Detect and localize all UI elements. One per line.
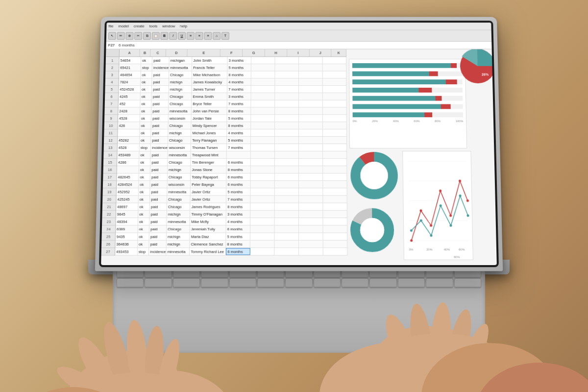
- grid-cell[interactable]: michign: [169, 78, 192, 85]
- grid-cell[interactable]: 6 months: [226, 248, 250, 255]
- grid-cell[interactable]: 464654: [119, 72, 141, 78]
- grid-cell[interactable]: [251, 86, 275, 93]
- grid-cell[interactable]: [250, 233, 275, 240]
- table-row[interactable]: okpaidmichignJonas Stone8 months: [117, 166, 347, 173]
- grid-cell[interactable]: ok: [138, 225, 149, 232]
- grid-cell[interactable]: [275, 115, 299, 122]
- key[interactable]: [117, 278, 144, 287]
- grid-cell[interactable]: [299, 248, 323, 255]
- grid-cell[interactable]: Chicago: [169, 72, 192, 78]
- grid-cell[interactable]: [251, 107, 275, 114]
- grid-cell[interactable]: ok: [139, 166, 151, 173]
- grid-cell[interactable]: Tobby Rapaport: [191, 173, 226, 180]
- grid-cell[interactable]: [299, 100, 323, 107]
- table-row[interactable]: 4286okpaidChicagoTim Berenger6 months: [117, 159, 347, 166]
- grid-cell[interactable]: ok: [140, 129, 151, 136]
- grid-cell[interactable]: 3 months: [226, 211, 250, 218]
- grid-cell[interactable]: 453489: [117, 151, 139, 158]
- grid-cell[interactable]: paid: [151, 122, 169, 129]
- grid-cell[interactable]: 7 months: [227, 100, 251, 107]
- grid-cell[interactable]: paid: [152, 100, 169, 107]
- grid-cell[interactable]: [275, 159, 299, 166]
- grid-cell[interactable]: [275, 188, 299, 195]
- grid-cell[interactable]: Chicago: [168, 137, 192, 144]
- grid-cell[interactable]: [275, 211, 299, 218]
- grid-cell[interactable]: Emma Smith: [192, 93, 227, 100]
- grid-cell[interactable]: ok: [139, 159, 151, 166]
- grid-cell[interactable]: [275, 248, 299, 255]
- grid-cell[interactable]: Javier Ortiz: [191, 196, 227, 202]
- grid-cell[interactable]: ok: [138, 203, 150, 210]
- grid-cell[interactable]: [299, 122, 323, 129]
- grid-cell[interactable]: 6389: [116, 225, 138, 232]
- grid-cell[interactable]: ok: [140, 122, 151, 129]
- grid-cell[interactable]: 65421: [119, 64, 141, 71]
- grid-cell[interactable]: [251, 173, 275, 180]
- grid-cell[interactable]: stop: [138, 248, 149, 255]
- menu-file[interactable]: file: [108, 24, 113, 28]
- grid-cell[interactable]: paid: [151, 129, 169, 136]
- grid-cell[interactable]: [299, 188, 323, 195]
- grid-cell[interactable]: 4524528: [119, 86, 141, 93]
- grid-cell[interactable]: Javier Ortiz: [191, 188, 227, 195]
- grid-cell[interactable]: 48697: [116, 203, 139, 210]
- grid-cell[interactable]: [323, 64, 347, 71]
- grid-cell[interactable]: 4528: [118, 115, 140, 122]
- grid-cell[interactable]: ok: [140, 107, 152, 114]
- grid-cell[interactable]: [323, 151, 347, 158]
- grid-cell[interactable]: [275, 151, 299, 158]
- grid-cell[interactable]: [275, 78, 299, 85]
- grid-cell[interactable]: ok: [140, 100, 152, 107]
- grid-cell[interactable]: 5 months: [227, 115, 251, 122]
- key[interactable]: [454, 278, 481, 287]
- table-row[interactable]: 65421stopincidenceminnesottaFrancis Tell…: [119, 64, 346, 72]
- table-row[interactable]: 4528okpaidwisconsinJordan Tate5 months: [118, 115, 347, 122]
- grid-cell[interactable]: ok: [140, 115, 152, 122]
- grid-cell[interactable]: Tim Berenger: [191, 159, 227, 166]
- grid-cell[interactable]: ok: [139, 188, 150, 195]
- grid-cell[interactable]: paid: [149, 218, 167, 225]
- grid-cell[interactable]: James Kowalscky: [192, 78, 228, 85]
- grid-cell[interactable]: [118, 129, 140, 136]
- grid-cell[interactable]: [251, 78, 275, 85]
- grid-cell[interactable]: 45282: [118, 137, 140, 144]
- grid-cell[interactable]: [275, 122, 299, 129]
- grid-cell[interactable]: [323, 78, 347, 85]
- key[interactable]: [229, 278, 256, 287]
- key[interactable]: [314, 278, 341, 287]
- grid-cell[interactable]: [299, 233, 323, 240]
- grid-cell[interactable]: 7 months: [227, 86, 251, 93]
- grid-cell[interactable]: [275, 93, 299, 100]
- grid-cell[interactable]: Timmy O'Flanagan: [190, 211, 226, 218]
- grid-cell[interactable]: [275, 166, 299, 173]
- grid-cell[interactable]: [323, 241, 348, 247]
- table-row[interactable]: 9645okpaidmichignTimmy O'Flanagan3 month…: [116, 211, 347, 218]
- grid-cell[interactable]: michign: [167, 211, 191, 218]
- toolbar-select[interactable]: ↖: [108, 32, 116, 40]
- grid-cell[interactable]: michign: [168, 166, 191, 173]
- grid-cell[interactable]: [251, 122, 275, 129]
- grid-cell[interactable]: [323, 233, 348, 240]
- table-row[interactable]: 4528stopincidencewisconsinThomas Tursen7…: [118, 144, 347, 151]
- grid-cell[interactable]: 364636: [115, 241, 138, 247]
- grid-cell[interactable]: ok: [141, 72, 152, 78]
- toolbar-text[interactable]: T: [221, 32, 229, 40]
- grid-cell[interactable]: Chicago: [168, 122, 191, 129]
- grid-cell[interactable]: [323, 181, 347, 188]
- grid-cell[interactable]: Clemence Sanchez: [190, 241, 226, 247]
- menu-tools[interactable]: tools: [149, 24, 157, 28]
- table-row[interactable]: 364636okpaidmichignClemence Sanchez8 mon…: [115, 241, 347, 248]
- grid-cell[interactable]: ok: [141, 57, 152, 64]
- grid-cell[interactable]: ok: [141, 78, 152, 85]
- grid-cell[interactable]: paid: [151, 115, 169, 122]
- grid-cell[interactable]: 8 months: [227, 122, 251, 129]
- key[interactable]: [201, 278, 228, 287]
- toolbar-align-right[interactable]: ≡: [204, 32, 212, 40]
- grid-cell[interactable]: [323, 100, 347, 107]
- grid-cell[interactable]: [251, 144, 275, 151]
- grid-cell[interactable]: Francis Teller: [192, 64, 227, 71]
- grid-cell[interactable]: ok: [138, 233, 149, 240]
- grid-cell[interactable]: [323, 196, 347, 202]
- table-row[interactable]: 493453stopincidenceminnesottaTommy Richa…: [115, 248, 347, 255]
- grid-cell[interactable]: [323, 107, 347, 114]
